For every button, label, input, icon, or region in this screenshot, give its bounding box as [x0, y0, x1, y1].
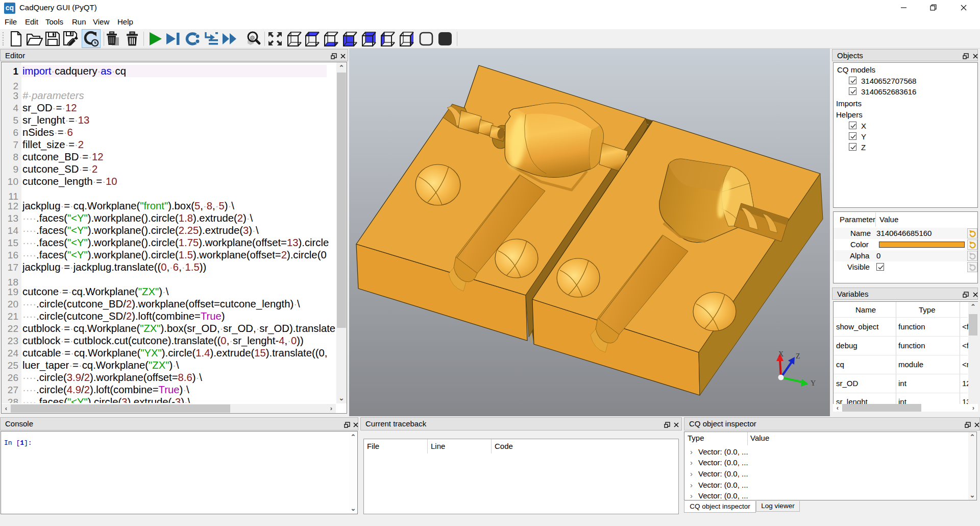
svg-text:Z: Z [796, 352, 800, 360]
svg-text:Y: Y [811, 379, 816, 387]
svg-text:X: X [778, 350, 783, 358]
